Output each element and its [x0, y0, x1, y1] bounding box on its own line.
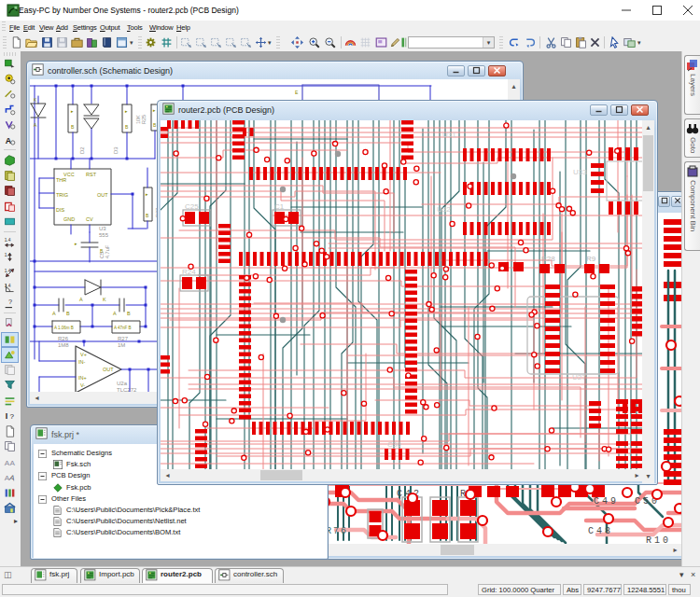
svg-text:4.7uF: 4.7uF [105, 244, 110, 258]
svg-text:R10: R10 [646, 535, 671, 544]
svg-text:DIS: DIS [56, 207, 65, 213]
svg-text:A: A [8, 473, 16, 482]
svg-text:1.4: 1.4 [5, 237, 11, 242]
svg-text:A: A [10, 458, 16, 466]
svg-text:1.4: 1.4 [5, 284, 11, 288]
svg-text:C48: C48 [588, 526, 613, 536]
svg-text:U33: U33 [573, 168, 587, 176]
svg-text:IN+: IN+ [78, 375, 87, 381]
svg-text:U27: U27 [572, 373, 586, 382]
svg-text:GND: GND [63, 216, 75, 222]
svg-text:?: ? [8, 298, 12, 306]
svg-text:R9: R9 [586, 255, 596, 263]
svg-text:R26: R26 [58, 336, 69, 341]
svg-text:V+: V+ [80, 352, 87, 357]
svg-text:U31: U31 [442, 131, 456, 139]
svg-text:A: A [52, 311, 56, 316]
svg-text:D3: D3 [113, 146, 119, 154]
svg-text:A: A [6, 135, 12, 145]
svg-text:555: 555 [99, 232, 109, 238]
svg-text:K: K [103, 297, 106, 302]
svg-text:A 47nF B: A 47nF B [114, 326, 132, 330]
svg-text:OUT: OUT [103, 367, 114, 372]
svg-text:B: B [127, 311, 131, 316]
svg-text:U3: U3 [99, 226, 106, 231]
svg-text:1M: 1M [118, 342, 125, 348]
svg-text:A 1.06m B: A 1.06m B [54, 326, 74, 330]
svg-text:A: A [113, 311, 117, 316]
svg-text:R28: R28 [541, 255, 555, 263]
svg-text:TRIG: TRIG [56, 192, 68, 198]
svg-text:R27: R27 [118, 336, 129, 341]
svg-text:B: B [66, 311, 70, 316]
svg-text:OUT: OUT [97, 192, 108, 198]
svg-text:A: A [79, 297, 83, 302]
svg-text:RST: RST [86, 172, 97, 177]
svg-text:C30: C30 [387, 440, 401, 449]
svg-text:C49: C49 [594, 496, 619, 507]
svg-text:1M8: 1M8 [58, 342, 69, 348]
svg-text:CV: CV [86, 216, 93, 222]
svg-text:U32: U32 [437, 205, 451, 214]
svg-text:D2: D2 [79, 146, 85, 154]
svg-text:10K: 10K [135, 115, 141, 124]
svg-text:I: I [6, 411, 7, 421]
svg-text:U2a: U2a [117, 381, 128, 386]
svg-text:IN-: IN- [78, 359, 86, 365]
svg-text:C1: C1 [274, 202, 285, 211]
svg-text:THR: THR [56, 177, 66, 183]
svg-text:R25: R25 [141, 115, 147, 124]
svg-text:V-: V- [80, 382, 85, 388]
svg-text:C25: C25 [185, 202, 199, 211]
svg-text:?: ? [10, 412, 15, 421]
svg-text:R76: R76 [326, 526, 348, 536]
